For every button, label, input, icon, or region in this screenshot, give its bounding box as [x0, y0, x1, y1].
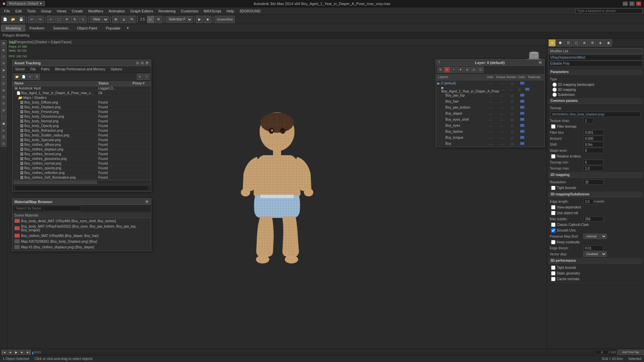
asset-name-cell[interactable]: 📂 Maps / Shaders	[12, 96, 96, 100]
select-btn[interactable]: ⊹	[47, 16, 54, 23]
asset-name-cell[interactable]: 🖼 Boy_clothes_reflection.png	[12, 171, 96, 175]
water-level-input[interactable]	[583, 148, 603, 153]
asset-name-cell[interactable]: 🖼 Boy_body_Normal.png	[12, 119, 96, 124]
asset-status-cell[interactable]: Found	[96, 161, 130, 166]
asset-menu-file[interactable]: File	[29, 67, 37, 72]
asset-table-row[interactable]: 🖼 Boy_body_Glossiness.pngFound	[12, 114, 151, 119]
sidebar-icon-13[interactable]: ⬢	[1, 121, 7, 127]
right-icon-6[interactable]: ⚙	[589, 39, 596, 47]
col-proxy[interactable]: Proxy #	[130, 81, 151, 86]
menu-file[interactable]: File	[1, 8, 13, 14]
sidebar-icon-11[interactable]: ⊟	[1, 107, 7, 113]
asset-name-cell[interactable]: 🖼 Boy_clothes_opacity.png	[12, 166, 96, 171]
percent-snap-btn[interactable]: %	[128, 16, 136, 23]
asset-name-cell[interactable]: 🖼 Boy_body_Specular.png	[12, 138, 96, 142]
asset-name-cell[interactable]: 🖼 Boy_clothes_fresnel.png	[12, 152, 96, 157]
mat-panel-close[interactable]: ✕	[145, 200, 149, 204]
timeline-bar[interactable]: 0/325	[32, 349, 594, 355]
asset-menu-bitmap[interactable]: Bitmap Performance and Memory	[54, 67, 107, 72]
tab-modeling[interactable]: Modeling	[1, 25, 25, 32]
layers-tb-5[interactable]: ⊖	[471, 67, 477, 73]
smooth-uvs-check[interactable]	[551, 228, 555, 233]
modifier-editable-poly[interactable]: Editable Poly	[548, 61, 643, 66]
menu-maxscript[interactable]: MAXScript	[201, 8, 224, 14]
menu-views[interactable]: Views	[54, 8, 69, 14]
asset-status-cell[interactable]: Found	[96, 105, 130, 110]
asset-name-cell[interactable]: 🖼 Boy_body_Diffuse.png	[12, 100, 96, 105]
tab-selection[interactable]: Selection	[49, 25, 72, 32]
play-btn[interactable]: ▶	[196, 16, 203, 23]
layers-tb-x[interactable]: ✕	[444, 67, 450, 73]
asset-table-row[interactable]: 🖼 Boy_clothes_reflection.pngFound	[12, 171, 151, 175]
search-input[interactable]	[576, 8, 643, 14]
asset-name-cell[interactable]: 📄 Boy_Aged_1_Year_in_Diaper_A_Pose_max_v…	[12, 91, 96, 96]
filter-texmap-check[interactable]	[551, 124, 555, 129]
asset-status-cell[interactable]: Found	[96, 100, 130, 105]
asset-status-cell[interactable]: Found	[96, 157, 130, 161]
asset-status-cell[interactable]: Found	[96, 110, 130, 114]
layer-color-swatch[interactable]	[520, 106, 525, 109]
texmap-max-input[interactable]	[583, 166, 603, 171]
tex-chan-input[interactable]	[583, 118, 593, 123]
edge-len-input[interactable]	[583, 199, 593, 204]
asset-name-cell[interactable]: 🖼 Boy_body_Refraction.png	[12, 128, 96, 133]
shift-input[interactable]	[583, 142, 603, 147]
mat-item[interactable]: Map #3 (Boy_clothes_displace.png) [Boy_d…	[12, 244, 151, 250]
render-setup-btn[interactable]: ⚙	[155, 16, 162, 23]
asset-status-cell[interactable]: Found	[96, 119, 130, 124]
sidebar-icon-7[interactable]: ⊡	[1, 80, 7, 86]
layer-color-swatch[interactable]	[520, 81, 525, 85]
asset-table-row[interactable]: 🖼 Boy_body_Displace.pngFound	[12, 105, 151, 110]
sidebar-icon-12[interactable]: ◌	[1, 114, 7, 120]
sidebar-icon-9[interactable]: ◎	[1, 94, 7, 100]
asset-table-row[interactable]: 🖼 Boy_body_Refraction.pngFound	[12, 128, 151, 133]
layer-color-swatch[interactable]	[520, 118, 525, 121]
asset-tb-2[interactable]: 📄	[20, 74, 26, 80]
asset-name-cell[interactable]: 🖼 Boy_clothes_Self_Illumination.png	[12, 175, 96, 180]
asset-name-cell[interactable]: 🖼 Boy_body_Fresnel.png	[12, 110, 96, 114]
sidebar-icon-2[interactable]: ◈	[1, 47, 7, 53]
layers-tb-add[interactable]: +	[451, 67, 457, 73]
redo-btn[interactable]: ↪	[36, 16, 44, 23]
asset-panel-minimize[interactable]: —	[136, 61, 140, 65]
scale-btn[interactable]: ⤡	[79, 16, 87, 23]
layer-row[interactable]: Boy_diaper — — ☑	[436, 111, 544, 117]
screenshot-btn[interactable]: ScreenShot	[215, 16, 235, 23]
reference-dropdown[interactable]: View World Local	[90, 16, 109, 23]
asset-status-cell[interactable]: Ok	[96, 91, 130, 96]
modifier-vray-disp[interactable]: VRayDisplacementMod	[548, 55, 643, 60]
asset-status-cell[interactable]	[96, 96, 130, 100]
asset-name-cell[interactable]: 🖼 Boy_body_Opacity.png	[12, 124, 96, 128]
right-icon-7[interactable]: ◈	[597, 39, 604, 47]
menu-3dground[interactable]: 3DGROUND	[237, 8, 263, 14]
asset-scrollbar-thumb[interactable]	[14, 181, 97, 184]
asset-table-row[interactable]: 🖼 Boy_clothes_displace.pngFound	[12, 147, 151, 152]
layers-panel-close[interactable]: ✕	[538, 61, 542, 65]
menu-animation[interactable]: Animation	[106, 8, 128, 14]
layer-color-swatch[interactable]	[520, 130, 525, 133]
radio-subdiv[interactable]	[552, 93, 557, 97]
asset-tb-4[interactable]: ☰	[34, 74, 40, 80]
asset-name-cell[interactable]: 🖼 Boy_body_Displace.png	[12, 105, 96, 110]
menu-tools[interactable]: Tools	[24, 8, 39, 14]
asset-table-row[interactable]: 🖼 Boy_body_Specular.pngFound	[12, 138, 151, 142]
stop-btn[interactable]: ■	[204, 16, 211, 23]
view-dep-check[interactable]	[551, 205, 555, 209]
sidebar-icon-8[interactable]: ⊕	[1, 87, 7, 93]
asset-name-cell[interactable]: 🖼 Boy_body_Glossiness.png	[12, 114, 96, 119]
angle-snap-btn[interactable]: ∡	[120, 16, 127, 23]
asset-table-row[interactable]: 📂 Maps / Shaders	[12, 96, 151, 100]
asset-table-row[interactable]: 🖼 Boy_clothes_Self_Illumination.pngFound	[12, 175, 151, 180]
layer-color-swatch[interactable]	[520, 136, 525, 139]
more-tabs-btn[interactable]: ▼	[125, 26, 131, 30]
sidebar-icon-15[interactable]: ☰	[1, 134, 7, 140]
mat-browser-titlebar[interactable]: Material/Map Browser ✕	[12, 199, 151, 205]
maximize-button[interactable]: □	[629, 1, 635, 6]
right-icon-4[interactable]: ◻	[573, 39, 580, 47]
relative-bbox-check[interactable]	[551, 154, 555, 159]
menu-customize[interactable]: Customize	[178, 8, 201, 14]
right-icon-8[interactable]: ◉	[605, 39, 612, 47]
asset-table-row[interactable]: 🖼 Boy_body_Normal.pngFound	[12, 119, 151, 124]
menu-group[interactable]: Group	[38, 8, 54, 14]
menu-create[interactable]: Create	[69, 8, 86, 14]
